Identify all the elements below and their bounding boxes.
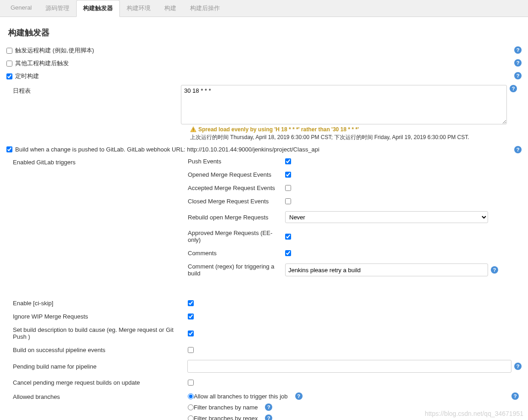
- trigger-timer-checkbox[interactable]: [6, 73, 12, 79]
- allow-all-label: Allow all branches to trigger this job: [194, 393, 288, 400]
- gitlab-push-checkbox[interactable]: [6, 146, 12, 152]
- push-events-checkbox[interactable]: [285, 158, 291, 164]
- help-icon[interactable]: ?: [295, 392, 303, 400]
- tab-postbuild[interactable]: 构建后操作: [183, 0, 227, 17]
- help-icon[interactable]: ?: [265, 403, 272, 411]
- pending-name-label: Pending build name for pipeline: [6, 363, 187, 370]
- enabled-triggers-label: Enabled GitLab triggers: [6, 158, 188, 283]
- trigger-remote-checkbox[interactable]: [6, 48, 12, 54]
- schedule-warning: Spread load evenly by using 'H 18 * * *'…: [198, 126, 359, 133]
- filter-name-label: Filter branches by name: [194, 404, 258, 411]
- build-on-pipeline-checkbox[interactable]: [188, 347, 194, 353]
- comment-regex-input[interactable]: [285, 263, 488, 276]
- help-icon[interactable]: ?: [514, 59, 522, 67]
- help-icon[interactable]: ?: [265, 414, 272, 420]
- accepted-mr-checkbox[interactable]: [285, 185, 291, 191]
- help-icon[interactable]: ?: [514, 72, 522, 79]
- ci-skip-label: Enable [ci-skip]: [6, 300, 188, 307]
- trigger-after-other-checkbox[interactable]: [6, 61, 12, 67]
- allow-all-radio[interactable]: [188, 393, 194, 399]
- svg-rect-1: [193, 128, 193, 130]
- ci-skip-checkbox[interactable]: [188, 300, 194, 306]
- ignore-wip-checkbox[interactable]: [188, 314, 194, 319]
- help-icon[interactable]: ?: [514, 146, 522, 153]
- filter-regex-radio[interactable]: [188, 415, 194, 420]
- tab-triggers[interactable]: 构建触发器: [76, 0, 120, 17]
- closed-mr-checkbox[interactable]: [285, 198, 291, 204]
- svg-rect-2: [193, 131, 193, 131]
- accepted-mr-label: Accepted Merge Request Events: [188, 185, 285, 191]
- schedule-label: 日程表: [6, 85, 181, 95]
- help-icon[interactable]: ?: [491, 266, 498, 274]
- gitlab-push-label: Build when a change is pushed to GitLab.…: [15, 146, 320, 153]
- pending-name-input[interactable]: [187, 360, 511, 373]
- tab-general[interactable]: General: [4, 0, 39, 17]
- schedule-textarea[interactable]: [181, 85, 507, 124]
- opened-mr-checkbox[interactable]: [285, 172, 291, 178]
- opened-mr-label: Opened Merge Request Events: [188, 171, 285, 178]
- rebuild-open-mr-select[interactable]: Never: [285, 211, 488, 223]
- tab-scm[interactable]: 源码管理: [39, 0, 76, 17]
- comments-checkbox[interactable]: [285, 250, 291, 256]
- warning-icon: [190, 126, 197, 133]
- help-icon[interactable]: ?: [514, 363, 522, 370]
- comment-regex-label: Comment (regex) for triggering a build: [188, 263, 285, 277]
- filter-name-radio[interactable]: [188, 404, 194, 410]
- trigger-timer-label: 定时构建: [15, 72, 39, 80]
- section-title: 构建触发器: [8, 27, 522, 38]
- tab-environment[interactable]: 构建环境: [120, 0, 157, 17]
- config-tabs: General 源码管理 构建触发器 构建环境 构建 构建后操作: [0, 0, 528, 17]
- set-desc-checkbox[interactable]: [188, 330, 194, 336]
- rebuild-open-mr-label: Rebuild open Merge Requests: [188, 214, 285, 221]
- set-desc-label: Set build description to build cause (eg…: [6, 326, 188, 340]
- comments-label: Comments: [188, 250, 285, 257]
- push-events-label: Push Events: [188, 158, 285, 165]
- build-on-pipeline-label: Build on successful pipeline events: [6, 347, 188, 353]
- approved-mr-label: Approved Merge Requests (EE-only): [188, 230, 285, 243]
- approved-mr-checkbox[interactable]: [285, 234, 291, 240]
- filter-regex-label: Filter branches by regex: [194, 415, 258, 420]
- allowed-branches-label: Allowed branches: [6, 392, 188, 420]
- cancel-pending-checkbox[interactable]: [188, 380, 194, 386]
- trigger-after-other-label: 其他工程构建后触发: [15, 59, 69, 67]
- closed-mr-label: Closed Merge Request Events: [188, 198, 285, 205]
- ignore-wip-label: Ignore WIP Merge Requests: [6, 313, 188, 320]
- help-icon[interactable]: ?: [510, 85, 517, 92]
- help-icon[interactable]: ?: [514, 46, 522, 54]
- cancel-pending-label: Cancel pending merge request builds on u…: [6, 379, 188, 386]
- schedule-run-info: 上次运行的时间 Thursday, April 18, 2019 6:30:00…: [190, 134, 522, 141]
- trigger-remote-label: 触发远程构建 (例如,使用脚本): [15, 46, 94, 55]
- tab-build[interactable]: 构建: [157, 0, 183, 17]
- help-icon[interactable]: ?: [511, 392, 519, 400]
